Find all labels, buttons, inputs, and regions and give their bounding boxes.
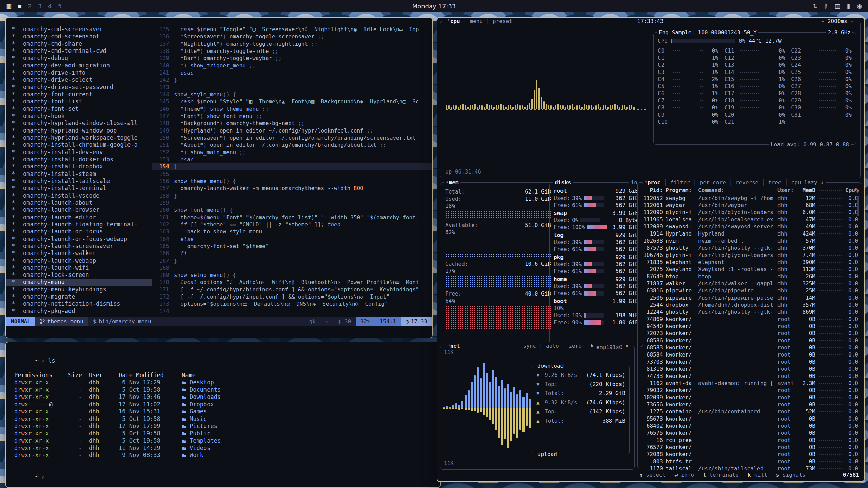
proc-column-user[interactable]: User: xyxy=(777,187,797,194)
os-logo-icon[interactable]: ▣ xyxy=(6,3,12,9)
code-line[interactable]: 162 if [[ "$theme" == "CNCLD" || -z "$th… xyxy=(152,221,432,228)
code-line[interactable]: 160show_font_menu() { xyxy=(152,206,432,214)
process-row[interactable]: 111965localsea/usr/lib/localsearch-exdhh… xyxy=(642,216,858,223)
code-line[interactable]: 163 back_to show_style_menu xyxy=(152,228,432,235)
file-list-item[interactable]: *omarchy-hyprland-window-pop xyxy=(6,127,152,134)
cpu-tab-preset[interactable]: preset xyxy=(493,18,512,24)
cpu-tab-menu[interactable]: menu xyxy=(470,18,483,24)
code-line[interactable]: 150 *Screensaver*) open_in_editor ~/.con… xyxy=(152,134,432,141)
command-line[interactable] xyxy=(6,326,432,338)
process-row[interactable]: 68586kworker/root0B0.0 xyxy=(642,337,858,344)
code-line[interactable]: 135 case $(menu "Toggle" "▢ Screensaver\… xyxy=(152,26,432,33)
process-row[interactable]: 81310kworker/root0B0.0 xyxy=(642,365,858,372)
process-row[interactable]: 112061waybar/usr/bin/waybardhh68M0.0 xyxy=(642,202,858,209)
code-line[interactable]: 137 *Nightlight*) omarchy-toggle-nightli… xyxy=(152,40,432,47)
file-list-item[interactable]: *omarchy-launch-about xyxy=(6,199,152,206)
process-row[interactable]: 87649btopbtopdhh26M0.0 xyxy=(642,273,858,280)
process-row[interactable]: 76575kworker/root0B0.0 xyxy=(642,429,858,436)
process-row[interactable]: 12244ghostty/usr/bin/ghostty --gtk-dhh86… xyxy=(642,308,858,316)
file-list-item[interactable]: *omarchy-hook xyxy=(6,113,152,120)
process-row[interactable]: 72073kworker/root0B0.0 xyxy=(642,330,858,337)
file-list-item[interactable]: *omarchy-launch-screensaver xyxy=(6,243,152,250)
workspace-5[interactable]: 5 xyxy=(58,3,62,10)
file-list-item[interactable]: *omarchy-launch-wifi xyxy=(6,264,152,271)
workspace-indicator-active[interactable]: ▪ xyxy=(18,3,22,10)
code-line[interactable]: 169show_setup_menu() { xyxy=(152,271,432,279)
proc-column-command[interactable]: Command: xyxy=(698,187,775,194)
file-list-item[interactable]: *omarchy-launch-floating-terminal- xyxy=(6,221,152,228)
process-row[interactable]: 68583kworker/root0B0.0 xyxy=(642,344,858,351)
file-list-item[interactable]: *omarchy-hyprland-workspace-toggle xyxy=(6,134,152,141)
file-list-item[interactable]: *omarchy-dev-add-migration xyxy=(6,62,152,69)
code-line[interactable]: 153 esac xyxy=(152,156,432,163)
process-row[interactable]: 102638nvimnvim --embed .dhh57M0.0 xyxy=(642,237,858,244)
code-line[interactable]: 146 *Theme*) show_theme_menu ;; xyxy=(152,105,432,113)
code-line[interactable]: 172 [ -f ~/.config/hypr/input.conf ] && … xyxy=(152,293,432,300)
proc-select-button[interactable]: ↕ select xyxy=(639,471,666,479)
file-list-item[interactable]: *omarchy-launch-editor xyxy=(6,214,152,221)
file-list-item[interactable]: *omarchy-install-dropbox xyxy=(6,163,152,170)
code-line[interactable]: 157 omarchy-launch-walker -m menus:omarc… xyxy=(152,185,432,192)
workspace-3[interactable]: 3 xyxy=(38,3,42,10)
power-icon[interactable]: ◉ xyxy=(857,3,862,9)
file-list-item[interactable]: *omarchy-install-chromium-google-a xyxy=(6,141,152,148)
process-row[interactable]: 1170tailscal/usr/sbin/tailscaled --root7… xyxy=(642,465,858,472)
file-list-item[interactable]: *omarchy-cmd-share xyxy=(6,40,152,47)
display-icon[interactable]: ▥ xyxy=(835,3,840,9)
code-line[interactable]: 171 [ -f ~/.config/hypr/bindings.conf ] … xyxy=(152,286,432,293)
file-list-item[interactable]: *omarchy-menu-keybindings xyxy=(6,286,152,293)
file-list-item[interactable]: *omarchy-launch-or-focus-webapp xyxy=(6,236,152,243)
code-line[interactable]: 166 fi xyxy=(152,250,432,257)
process-row[interactable]: 1914HyprlandHyprlanddhh424M0.0 xyxy=(642,230,858,237)
scroll-down-icon[interactable]: ↓ xyxy=(856,456,860,463)
proc-option-filter[interactable]: filter xyxy=(670,179,690,186)
code-line[interactable]: 145 case $(menu "Style" "◧ Theme\n▲ Font… xyxy=(152,98,432,105)
process-row[interactable]: 73656kworker/root0B0.0 xyxy=(642,401,858,408)
file-list-item[interactable]: *omarchy-hyprland-window-close-all xyxy=(6,120,152,127)
cpu-box-tabs[interactable]: ¹cpu │ menu │ preset xyxy=(445,18,514,25)
process-columns[interactable]: Pid:Program:Command:User:MemBCpu% xyxy=(642,187,858,194)
code-line[interactable]: 141 esac xyxy=(152,69,432,76)
memory-box-title[interactable]: ²mem xyxy=(444,179,460,186)
process-row[interactable]: 112090glycin-i/usr/lib/glycin-loadersdhh… xyxy=(642,209,858,216)
file-list-item[interactable]: *omarchy-debug xyxy=(6,55,152,62)
network-box-title[interactable]: ³net xyxy=(445,342,462,349)
file-list-item[interactable]: *omarchy-launch-webapp xyxy=(6,257,152,264)
code-line[interactable]: 136 *Screensaver*) omarchy-toggle-screen… xyxy=(152,33,432,40)
battery-icon[interactable]: ▮ xyxy=(847,3,850,9)
code-line[interactable]: 168 xyxy=(152,264,432,271)
process-row[interactable]: 2544dropbox/home/dhh/.dropbox-distdhh357… xyxy=(642,301,858,308)
process-row[interactable]: 68584kworker/root0B0.0 xyxy=(642,351,858,358)
process-row[interactable]: 112052swaybg/usr/bin/swaybg -i /homdhh12… xyxy=(642,195,858,202)
process-row[interactable]: 63816pipewire/usr/bin/pipewiredhh25M0.0 xyxy=(642,287,858,294)
file-list-item[interactable]: *omarchy-drive-select xyxy=(6,76,152,83)
process-row[interactable]: 102099kworker/root0B0.0 xyxy=(642,394,858,401)
bluetooth-icon[interactable]: ᛒ xyxy=(825,3,828,9)
proc-kill-button[interactable]: k kill xyxy=(748,471,767,479)
code-line[interactable]: 159 xyxy=(152,199,432,206)
code-line[interactable]: 158} xyxy=(152,192,432,199)
process-row[interactable]: 94540kworker/root0B0.0 xyxy=(642,323,858,330)
code-line[interactable]: 142} xyxy=(152,76,432,83)
file-list-item[interactable]: *omarchy-font-current xyxy=(6,91,152,98)
file-list-item[interactable]: *omarchy-install-terminal xyxy=(6,185,152,192)
net-tab-zero[interactable]: zero xyxy=(569,343,582,349)
file-list-item[interactable]: *omarchy-install-vscode xyxy=(6,192,152,199)
file-list-item[interactable]: *omarchy-launch-or-focus xyxy=(6,228,152,235)
scroll-up-icon[interactable]: ↑ xyxy=(856,187,860,195)
process-row[interactable]: 2075XwaylandXwayland :1 -rootless -dhh11… xyxy=(642,266,858,273)
code-line[interactable]: 152 *) show_main_menu ;; xyxy=(152,149,432,156)
process-row[interactable]: 95673kworker/root0B0.0 xyxy=(642,415,858,422)
file-list-item[interactable]: *omarchy-pkg-add xyxy=(6,308,152,315)
code-line[interactable]: 139 *Bar*) omarchy-toggle-waybar ;; xyxy=(152,55,432,62)
workspace-4[interactable]: 4 xyxy=(48,3,52,10)
file-list-item[interactable]: *omarchy-font-list xyxy=(6,98,152,105)
process-row[interactable]: 1162avahi-daavahi-daemon: running [avahi… xyxy=(642,380,858,387)
process-row[interactable]: 74869kworker/root0B0.0 xyxy=(642,316,858,323)
process-row[interactable]: 71837walker/usr/bin/walker --gappldhh325… xyxy=(642,280,858,287)
code-line[interactable]: 143 xyxy=(152,84,432,91)
code-line[interactable]: 164 else xyxy=(152,236,432,243)
file-list-item[interactable]: *omarchy-cmd-screenshot xyxy=(6,33,152,40)
proc-column-program[interactable]: Program: xyxy=(666,187,695,194)
proc-sort[interactable]: cpu lazy ↓ xyxy=(791,179,824,186)
